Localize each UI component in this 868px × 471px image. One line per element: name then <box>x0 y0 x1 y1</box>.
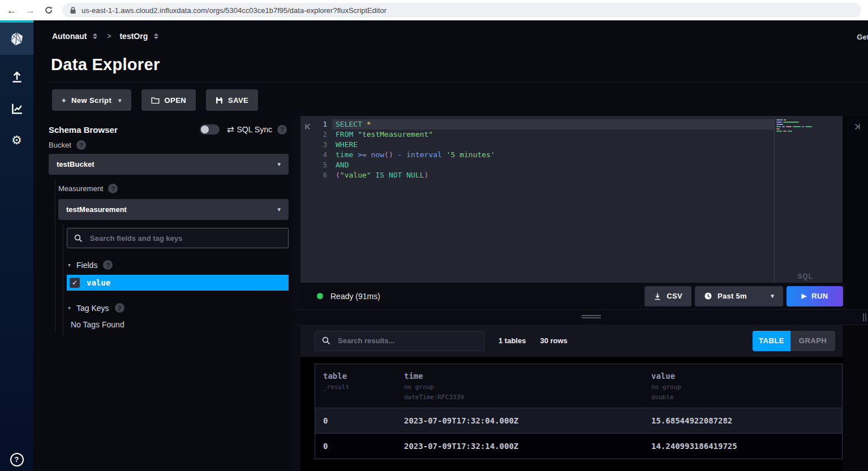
forward-icon[interactable]: → <box>25 6 35 15</box>
url-bar[interactable]: us-east-1-1.aws.cloud2.influxdata.com/or… <box>62 3 861 18</box>
chevron-down-icon: ▾ <box>277 206 281 213</box>
new-script-button[interactable]: + New Script ▾ <box>52 89 131 111</box>
load-data-icon[interactable] <box>0 67 33 87</box>
measurement-help-icon[interactable]: ? <box>108 184 118 193</box>
clock-icon <box>704 292 712 300</box>
bucket-value: testBucket <box>57 160 94 168</box>
code-line[interactable]: SELECT * <box>332 119 774 129</box>
sql-sync-help-icon[interactable]: ? <box>277 125 287 135</box>
view-switcher: TABLE GRAPH <box>753 331 835 351</box>
tag-keys-label: Tag Keys <box>76 304 109 313</box>
play-icon: ▶ <box>802 292 807 300</box>
sql-sync-icon: ⇄ <box>227 124 234 135</box>
breadcrumb-org[interactable]: Autonaut <box>52 32 87 41</box>
line-number: 3 <box>315 140 327 150</box>
csv-label: CSV <box>667 292 682 300</box>
bucket-dropdown[interactable]: testBucket ▾ <box>49 154 289 175</box>
sql-editor[interactable]: 123456 SELECT *FROM "testMeasurement"WHE… <box>300 116 843 283</box>
code-line[interactable]: WHERE <box>332 140 774 150</box>
nav-sidebar: ⚙ ? <box>0 20 33 471</box>
reload-icon[interactable] <box>44 6 53 15</box>
breadcrumb-separator: > <box>107 32 111 40</box>
open-label: OPEN <box>165 96 186 105</box>
results-table-body: 02023-07-09T17:32:04.000Z15.685449220872… <box>315 408 842 459</box>
chevron-down-icon: ▾ <box>771 292 774 300</box>
status-text: Ready (91ms) <box>330 292 380 301</box>
table-row: 02023-07-09T17:32:04.000Z15.685449220872… <box>315 408 842 433</box>
help-icon: ? <box>10 453 24 466</box>
help-button[interactable]: ? <box>0 453 33 466</box>
page-title: Data Explorer <box>51 55 160 74</box>
rows-count: 30 rows <box>540 336 567 345</box>
settings-icon[interactable]: ⚙ <box>0 131 33 150</box>
open-button[interactable]: OPEN <box>141 89 196 111</box>
sql-sync-toggle[interactable] <box>200 124 220 135</box>
chevron-down-icon: ▾ <box>118 97 121 103</box>
line-number: 5 <box>315 160 327 170</box>
field-item-value[interactable]: ✓ value <box>67 275 289 291</box>
expand-right-panel[interactable] <box>846 116 868 309</box>
influxdb-logo[interactable] <box>0 23 33 55</box>
schema-browser-title: Schema Browser <box>49 125 118 135</box>
results-panel: 1 tables 30 rows TABLE GRAPH table_resul… <box>300 325 843 471</box>
panel-resize-handle-horizontal[interactable] <box>294 309 868 325</box>
csv-download-button[interactable]: CSV <box>644 286 691 306</box>
plus-icon: + <box>62 96 66 105</box>
fields-help-icon[interactable]: ? <box>103 260 113 270</box>
toggle-knob <box>201 126 209 133</box>
schema-search-input[interactable] <box>89 234 281 243</box>
code-line[interactable]: AND <box>332 160 774 170</box>
tag-keys-collapse-icon[interactable]: ▾ <box>68 305 71 311</box>
workspace: Schema Browser ⇄ SQL Sync ? Bucket ? tes… <box>33 116 868 471</box>
time-range-value: Past 5m <box>717 292 747 300</box>
data-explorer-icon[interactable] <box>0 99 33 118</box>
breadcrumb-suborg[interactable]: testOrg <box>119 32 148 41</box>
results-header: 1 tables 30 rows TABLE GRAPH <box>300 325 843 357</box>
line-number: 1 <box>315 119 327 129</box>
tab-graph-view[interactable]: GRAPH <box>790 331 835 351</box>
bucket-label: Bucket <box>49 141 71 149</box>
tab-table-view[interactable]: TABLE <box>753 331 790 351</box>
line-number: 2 <box>315 129 327 140</box>
drag-grip <box>582 315 601 318</box>
code-line[interactable]: time >= now() - interval '5 minutes' <box>332 150 774 160</box>
upgrade-link[interactable]: Get <box>857 33 868 41</box>
screen: ← → us-east-1-1.aws.cloud2.influxdata.co… <box>0 0 868 471</box>
code-line[interactable]: ("value" IS NOT NULL) <box>332 170 774 180</box>
chevron-down-icon: ▾ <box>277 161 281 168</box>
schema-browser-panel: Schema Browser ⇄ SQL Sync ? Bucket ? tes… <box>33 116 294 471</box>
line-number: 6 <box>315 170 327 180</box>
results-table: table_resulttimeno groupdateTime:RFC3339… <box>315 364 843 459</box>
org-switcher-icon[interactable] <box>93 33 97 39</box>
fields-collapse-icon[interactable]: ▾ <box>68 262 71 268</box>
time-range-dropdown[interactable]: Past 5m ▾ <box>695 286 783 306</box>
column-header-time: timeno groupdateTime:RFC3339 <box>396 371 643 401</box>
save-button[interactable]: SAVE <box>206 89 258 111</box>
column-header-value: valueno groupdouble <box>643 371 842 401</box>
panel-resize-handle-vertical[interactable] <box>294 116 300 471</box>
title-divider <box>48 82 868 83</box>
line-number: 4 <box>315 150 327 160</box>
code-area[interactable]: SELECT *FROM "testMeasurement"WHEREtime … <box>332 116 775 283</box>
results-table-header: table_resulttimeno groupdateTime:RFC3339… <box>315 364 842 408</box>
back-icon[interactable]: ← <box>7 6 16 15</box>
measurement-dropdown[interactable]: testMeasurement ▾ <box>58 199 289 220</box>
script-toolbar: + New Script ▾ OPEN SAVE <box>52 89 258 111</box>
field-checkbox[interactable]: ✓ <box>70 278 80 288</box>
suborg-switcher-icon[interactable] <box>154 33 158 39</box>
app: ⚙ ? Autonaut > testOrg Get Data Explorer… <box>0 20 868 471</box>
search-icon <box>322 336 330 345</box>
field-name: value <box>87 278 110 287</box>
language-badge: SQL <box>797 273 813 280</box>
code-line[interactable]: FROM "testMeasurement" <box>332 129 774 140</box>
download-icon <box>654 292 661 300</box>
minimap[interactable] <box>775 116 843 283</box>
lock-icon <box>70 6 76 14</box>
schema-search-box <box>67 228 289 248</box>
tag-keys-help-icon[interactable]: ? <box>115 303 124 313</box>
bucket-help-icon[interactable]: ? <box>76 140 86 150</box>
results-search-input[interactable] <box>337 336 477 345</box>
main-area: Autonaut > testOrg Get Data Explorer + N… <box>33 20 868 471</box>
run-button[interactable]: ▶ RUN <box>787 286 843 306</box>
collapse-left-icon[interactable] <box>300 116 315 283</box>
